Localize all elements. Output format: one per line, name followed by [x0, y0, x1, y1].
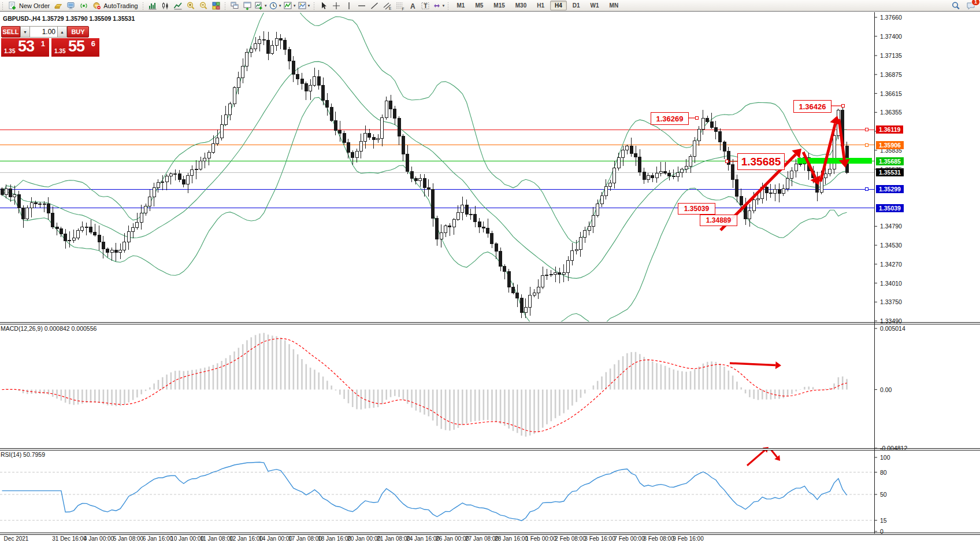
timeframe-d1-button[interactable]: D1: [568, 1, 585, 10]
time-axis-label: 14 Jan 00:00: [259, 535, 292, 542]
time-axis-label: 17 Jan 08:00: [288, 535, 322, 542]
trendline-button[interactable]: [368, 1, 381, 11]
volume-input[interactable]: [30, 26, 57, 38]
timeframe-mn-button[interactable]: MN: [605, 1, 623, 10]
line-chart-button[interactable]: [172, 1, 184, 11]
periods-button[interactable]: ▼: [268, 1, 283, 11]
hline-handle[interactable]: [865, 128, 868, 131]
time-axis-label: 21 Jan 08:00: [377, 535, 410, 542]
price-annotation-1.34889[interactable]: 1.34889: [700, 215, 737, 226]
rsi-line: [2, 462, 847, 520]
time-axis-label: 27 Jan 08:00: [465, 535, 499, 542]
macd-indicator-label: MACD(12,26,9) 0.000842 0.000556: [1, 325, 96, 332]
time-axis-label: 8 Feb 08:00: [643, 535, 674, 542]
timeframe-m1-button[interactable]: M1: [452, 1, 469, 10]
svg-text:T: T: [424, 2, 428, 9]
time-axis-separator: [0, 533, 980, 535]
time-axis-label: 4 Jan 00:00: [84, 535, 114, 542]
crosshair-button[interactable]: [330, 1, 343, 11]
price-annotation-1.35039[interactable]: 1.35039: [678, 203, 715, 215]
new-order-icon: [8, 1, 17, 10]
macd-panel-separator[interactable]: [0, 322, 980, 324]
cascade-windows-button[interactable]: [228, 1, 241, 11]
arrange-windows-button[interactable]: [241, 1, 254, 11]
timeframe-m5-button[interactable]: M5: [470, 1, 488, 10]
new-order-button[interactable]: New Order: [6, 1, 52, 11]
data-window-button[interactable]: [65, 1, 77, 11]
arrows-button[interactable]: ▼: [432, 1, 446, 11]
indicators-button[interactable]: ▼: [283, 1, 297, 11]
monitor-icon: [66, 1, 76, 10]
timeframe-w1-button[interactable]: W1: [586, 1, 604, 10]
vertical-line-button[interactable]: [343, 1, 355, 11]
autotrading-button-label: AutoTrading: [103, 2, 138, 9]
bar-chart-button[interactable]: [146, 1, 159, 11]
horizontal-line-button[interactable]: [355, 1, 368, 11]
hline-handle[interactable]: [865, 188, 868, 191]
profiles-button[interactable]: ▼: [297, 1, 311, 11]
signals-button[interactable]: [77, 1, 90, 11]
sell-button[interactable]: SELL: [1, 26, 20, 38]
toolbar-grip[interactable]: [2, 2, 4, 10]
chevron-down-icon: ▼: [307, 4, 311, 8]
trend-arrow[interactable]: [803, 152, 821, 185]
toolbar-grip[interactable]: [142, 2, 144, 10]
bollinger-bands: [2, 0, 847, 330]
volume-decrease-button[interactable]: ▼: [20, 26, 30, 38]
time-axis-label: 26 Jan 00:00: [436, 535, 469, 542]
annotation-anchor[interactable]: [696, 117, 699, 120]
buy-button[interactable]: BUY: [67, 26, 89, 38]
new-chart-icon: [254, 1, 263, 10]
timeframe-m15-button[interactable]: M15: [489, 1, 509, 10]
rsi-panel-separator[interactable]: [0, 448, 980, 450]
cursor-button[interactable]: [317, 1, 330, 11]
time-axis-label: 18 Jan 16:00: [318, 535, 351, 542]
timeframe-m30-button[interactable]: M30: [511, 1, 531, 10]
rsi-indicator-label: RSI(14) 50.7959: [1, 451, 45, 458]
time-axis-label: 31 Dec 16:00: [52, 535, 87, 542]
buy-price-pip: 6: [91, 39, 95, 48]
timeframe-h1-button[interactable]: H1: [532, 1, 549, 10]
sell-price-display[interactable]: 1.35 53 1: [1, 38, 49, 57]
indicator-icon: [283, 1, 292, 10]
zoom-out-button[interactable]: [197, 1, 210, 11]
one-click-trade-panel: SELL ▼ ▲ BUY 1.35 53 1 1.35 55 6: [1, 26, 99, 57]
tile-windows-button[interactable]: [210, 1, 222, 11]
toolbar-grip[interactable]: [224, 2, 227, 10]
volume-increase-button[interactable]: ▲: [57, 26, 67, 38]
candlestick-series: [1, 31, 848, 318]
rsi-trend-arrow[interactable]: [770, 449, 780, 461]
text-label-button[interactable]: T: [419, 1, 432, 11]
annotation-anchor[interactable]: [726, 160, 729, 163]
price-annotation-1.36269[interactable]: 1.36269: [651, 112, 689, 125]
time-axis-label: 6 Jan 16:00: [143, 535, 173, 542]
new-chart-button[interactable]: ▼: [254, 1, 268, 11]
annotation-anchor[interactable]: [842, 105, 845, 108]
search-button[interactable]: [949, 1, 962, 11]
equidistant-channel-button[interactable]: E: [381, 1, 394, 11]
macd-trend-arrow[interactable]: [730, 361, 781, 369]
candlestick-chart-button[interactable]: [159, 1, 172, 11]
rsi-plot: [0, 462, 874, 520]
toolbar-grip[interactable]: [313, 2, 315, 10]
toolbar-grip[interactable]: [447, 2, 450, 10]
zoom-in-button[interactable]: [184, 1, 197, 11]
notifications-button[interactable]: 1: [964, 1, 977, 11]
text-button[interactable]: A: [406, 1, 419, 11]
time-axis-label: 12 Jan 16:00: [229, 535, 263, 542]
market-watch-button[interactable]: [52, 1, 65, 11]
chevron-down-icon: ▼: [293, 4, 296, 8]
chart-graphics[interactable]: [0, 0, 980, 543]
cursor-icon: [319, 1, 328, 10]
time-axis-label: Dec 2021: [4, 535, 29, 542]
buy-price-big: 55: [68, 38, 84, 56]
fibonacci-button[interactable]: F: [394, 1, 406, 11]
shapes-icon: [432, 1, 441, 10]
autotrading-button[interactable]: AutoTrading: [90, 1, 140, 11]
price-annotation-1.36426[interactable]: 1.36426: [793, 100, 831, 113]
price-annotation-1.35685[interactable]: 1.35685: [737, 153, 785, 170]
buy-price-display[interactable]: 1.35 55 6: [51, 38, 99, 57]
hline-handle[interactable]: [865, 143, 868, 146]
timeframe-h4-button[interactable]: H4: [550, 1, 567, 10]
sell-price-big: 53: [18, 38, 34, 56]
